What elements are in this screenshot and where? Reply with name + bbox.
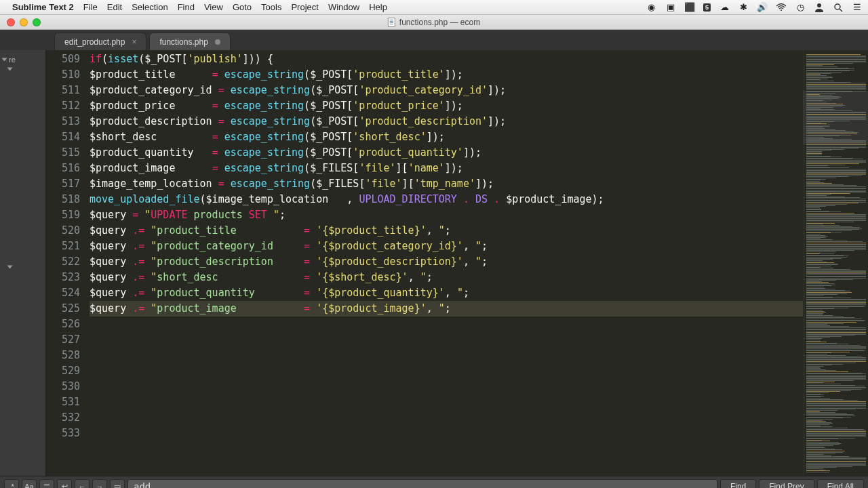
record-icon[interactable]: ◉ bbox=[646, 2, 657, 13]
tab-functions[interactable]: functions.php bbox=[149, 33, 230, 50]
menu-edit[interactable]: Edit bbox=[107, 2, 122, 12]
dirty-indicator-icon bbox=[215, 39, 220, 45]
folder-row[interactable]: re bbox=[0, 54, 45, 65]
in-selection-toggle[interactable]: ← bbox=[75, 479, 90, 489]
window-zoom-button[interactable] bbox=[33, 18, 41, 26]
window-close-button[interactable] bbox=[7, 18, 15, 26]
folder-sub[interactable] bbox=[0, 65, 45, 73]
svg-point-1 bbox=[817, 3, 821, 7]
tab-label: functions.php bbox=[159, 37, 208, 47]
window-title: functions.php — ecom bbox=[399, 18, 480, 27]
find-bar: .* Aa "" ↩ ← → ▭ Find Find Prev Find All bbox=[0, 476, 868, 488]
menu-file[interactable]: File bbox=[83, 2, 98, 12]
macos-menubar: Sublime Text 2 File Edit Selection Find … bbox=[0, 0, 868, 15]
adobe-icon[interactable]: ⬛ bbox=[684, 2, 695, 13]
code-content[interactable]: if(isset($_POST['publish'])) {$product_t… bbox=[85, 50, 803, 476]
bluetooth-icon[interactable]: ✱ bbox=[738, 2, 749, 13]
sidebar: re bbox=[0, 50, 46, 476]
editor[interactable]: 5095105115125135145155165175185195205215… bbox=[46, 50, 868, 476]
find-button[interactable]: Find bbox=[720, 479, 756, 489]
case-toggle[interactable]: Aa bbox=[22, 479, 37, 489]
notification-badge[interactable]: 5 bbox=[703, 3, 711, 12]
menu-window[interactable]: Window bbox=[328, 2, 359, 12]
wrap-toggle[interactable]: ↩ bbox=[57, 479, 72, 489]
svg-point-2 bbox=[835, 4, 840, 9]
gutter: 5095105115125135145155165175185195205215… bbox=[46, 50, 85, 476]
disclosure-icon[interactable] bbox=[2, 58, 7, 62]
box-icon[interactable]: ▣ bbox=[665, 2, 676, 13]
tab-label: edit_product.php bbox=[64, 37, 125, 47]
menu-icon[interactable]: ☰ bbox=[852, 2, 863, 13]
window-minimize-button[interactable] bbox=[20, 18, 28, 26]
find-prev-button[interactable]: Find Prev bbox=[759, 479, 814, 489]
document-icon bbox=[388, 18, 395, 27]
folder-label: re bbox=[9, 56, 16, 64]
wifi-icon[interactable] bbox=[776, 2, 787, 13]
find-all-button[interactable]: Find All bbox=[817, 479, 864, 489]
clock-icon[interactable]: ◷ bbox=[795, 2, 806, 13]
regex-toggle[interactable]: .* bbox=[4, 479, 19, 489]
tab-edit-product[interactable]: edit_product.php × bbox=[54, 33, 146, 50]
menu-tools[interactable]: Tools bbox=[261, 2, 281, 12]
menu-goto[interactable]: Goto bbox=[233, 2, 252, 12]
tab-bar: edit_product.php × functions.php bbox=[0, 30, 868, 50]
highlight-toggle[interactable]: → bbox=[92, 479, 107, 489]
menu-view[interactable]: View bbox=[204, 2, 223, 12]
menu-find[interactable]: Find bbox=[178, 2, 195, 12]
folder-sub[interactable] bbox=[0, 263, 45, 271]
app-name[interactable]: Sublime Text 2 bbox=[12, 2, 74, 12]
cloud-icon[interactable]: ☁ bbox=[719, 2, 730, 13]
whole-word-toggle[interactable]: "" bbox=[39, 479, 54, 489]
preserve-case-toggle[interactable]: ▭ bbox=[110, 479, 125, 489]
disclosure-icon[interactable] bbox=[7, 266, 13, 269]
find-input[interactable] bbox=[127, 479, 717, 489]
spotlight-icon[interactable] bbox=[833, 2, 844, 13]
menu-selection[interactable]: Selection bbox=[132, 2, 167, 12]
minimap[interactable] bbox=[803, 50, 868, 476]
menu-help[interactable]: Help bbox=[369, 2, 387, 12]
close-icon[interactable]: × bbox=[132, 37, 136, 47]
svg-point-0 bbox=[781, 9, 782, 11]
volume-icon[interactable]: 🔊 bbox=[757, 2, 768, 13]
window-titlebar: functions.php — ecom bbox=[0, 15, 868, 30]
user-icon[interactable] bbox=[814, 2, 825, 13]
disclosure-icon[interactable] bbox=[7, 68, 13, 71]
svg-line-3 bbox=[840, 9, 842, 12]
menu-project[interactable]: Project bbox=[291, 2, 318, 12]
